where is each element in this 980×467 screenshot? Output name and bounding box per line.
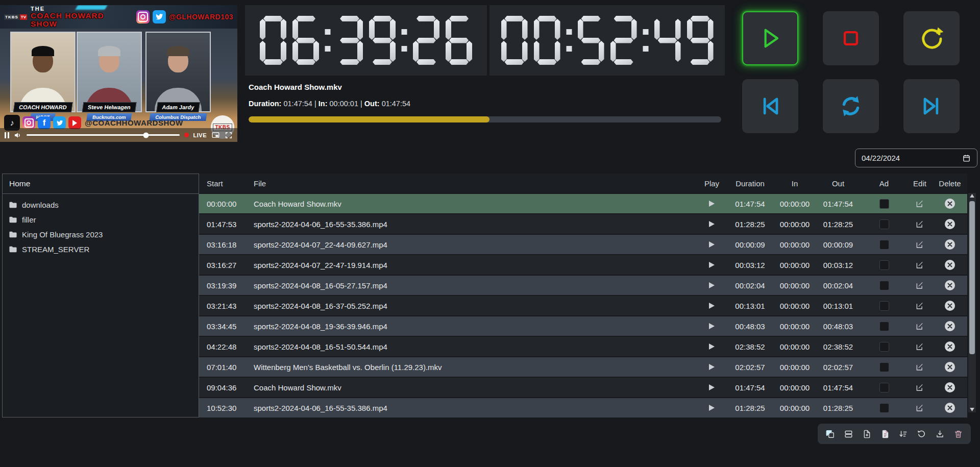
rows-view-button[interactable] [844, 429, 853, 439]
delete-x-icon[interactable] [945, 341, 955, 352]
delete-x-icon[interactable] [945, 382, 955, 392]
video-scrub-dot[interactable] [143, 132, 149, 138]
volume-icon[interactable] [14, 131, 22, 139]
row-delete-button[interactable] [933, 219, 967, 229]
row-play-button[interactable] [698, 282, 726, 288]
play-triangle-icon[interactable] [709, 323, 715, 329]
play-triangle-icon[interactable] [709, 262, 715, 268]
row-edit-button[interactable] [907, 403, 933, 412]
pip-icon[interactable] [211, 131, 220, 139]
delete-x-icon[interactable] [945, 260, 955, 270]
play-triangle-icon[interactable] [709, 364, 715, 370]
play-triangle-icon[interactable] [709, 343, 715, 350]
video-player[interactable]: TKBS TV THE COACH HOWARD SHOW @GLHOWARD1… [0, 5, 237, 142]
playlist-row[interactable]: 01:47:53sports2-2024-04-06_16-55-35.386.… [199, 214, 967, 234]
delete-x-icon[interactable] [945, 239, 955, 250]
row-edit-button[interactable] [907, 219, 933, 229]
row-play-button[interactable] [698, 221, 726, 227]
row-delete-button[interactable] [933, 341, 967, 352]
ad-checkbox[interactable] [879, 383, 889, 392]
play-triangle-icon[interactable] [709, 405, 715, 411]
playlist-row[interactable]: 10:52:30sports2-2024-04-06_16-55-35.386.… [199, 398, 967, 417]
playlist-row[interactable]: 04:22:48sports2-2024-04-08_16-51-50.544.… [199, 337, 967, 356]
play-button[interactable] [742, 11, 798, 65]
row-delete-button[interactable] [933, 280, 967, 290]
row-delete-button[interactable] [933, 403, 967, 413]
ad-checkbox[interactable] [879, 342, 889, 352]
ad-checkbox[interactable] [879, 322, 889, 331]
ad-checkbox[interactable] [879, 301, 889, 311]
play-triangle-icon[interactable] [709, 221, 715, 227]
play-triangle-icon[interactable] [709, 282, 715, 288]
sidebar-folder-king-of-bluegrass-2023[interactable]: King Of Bluegrass 2023 [3, 227, 199, 242]
add-file-button[interactable] [862, 429, 872, 439]
play-triangle-icon[interactable] [709, 303, 715, 309]
download-button[interactable] [935, 429, 945, 439]
playlist-row[interactable]: 03:21:43sports2-2024-04-08_16-37-05.252.… [199, 296, 967, 315]
play-triangle-icon[interactable] [709, 241, 715, 248]
playlist-row[interactable]: 09:04:36Coach Howard Show.mkv01:47:5400:… [199, 378, 967, 397]
calendar-icon[interactable] [962, 154, 971, 162]
row-delete-button[interactable] [933, 199, 967, 209]
pause-icon[interactable] [5, 132, 9, 138]
row-delete-button[interactable] [933, 382, 967, 392]
previous-button[interactable] [742, 79, 798, 133]
ad-checkbox[interactable] [879, 219, 889, 229]
copy-playlist-button[interactable] [825, 429, 835, 439]
play-triangle-icon[interactable] [709, 201, 715, 207]
playlist-scrollbar[interactable] [968, 193, 976, 412]
delete-x-icon[interactable] [945, 362, 955, 372]
scroll-down-icon[interactable] [968, 408, 976, 411]
row-edit-button[interactable] [907, 260, 933, 269]
date-input[interactable]: 04/22/2024 [855, 149, 977, 167]
row-play-button[interactable] [698, 405, 726, 411]
scrollbar-thumb[interactable] [969, 201, 975, 354]
date-value[interactable]: 04/22/2024 [862, 154, 900, 162]
row-edit-button[interactable] [907, 383, 933, 392]
next-button[interactable] [903, 79, 960, 133]
sort-button[interactable] [898, 429, 908, 439]
scroll-up-icon[interactable] [968, 194, 976, 198]
refresh-button[interactable] [917, 429, 926, 439]
ad-checkbox[interactable] [879, 199, 889, 209]
row-edit-button[interactable] [907, 342, 933, 351]
delete-x-icon[interactable] [945, 280, 955, 290]
sidebar-folder-filler[interactable]: filler [3, 212, 199, 227]
row-play-button[interactable] [698, 343, 726, 350]
row-play-button[interactable] [698, 364, 726, 370]
row-delete-button[interactable] [933, 239, 967, 250]
video-scrubber[interactable] [27, 134, 180, 136]
restart-button[interactable] [903, 11, 960, 65]
playlist-row[interactable]: 03:16:18sports2-2024-04-07_22-44-09.627.… [199, 235, 967, 254]
row-edit-button[interactable] [907, 240, 933, 249]
sidebar-folder-downloads[interactable]: downloads [3, 198, 199, 212]
play-triangle-icon[interactable] [709, 384, 715, 390]
row-edit-button[interactable] [907, 322, 933, 331]
row-play-button[interactable] [698, 262, 726, 268]
row-play-button[interactable] [698, 241, 726, 248]
row-edit-button[interactable] [907, 362, 933, 372]
row-delete-button[interactable] [933, 260, 967, 270]
playlist-row[interactable]: 03:19:39sports2-2024-04-08_16-05-27.157.… [199, 276, 967, 295]
playlist-row[interactable]: 03:16:27sports2-2024-04-07_22-47-19.914.… [199, 255, 967, 275]
ad-checkbox[interactable] [879, 362, 889, 372]
ad-checkbox[interactable] [879, 240, 889, 250]
delete-x-icon[interactable] [945, 301, 955, 311]
ad-checkbox[interactable] [879, 260, 889, 270]
delete-x-icon[interactable] [945, 321, 955, 331]
row-delete-button[interactable] [933, 362, 967, 372]
save-playlist-button[interactable] [880, 429, 890, 439]
row-play-button[interactable] [698, 201, 726, 207]
row-delete-button[interactable] [933, 321, 967, 331]
row-edit-button[interactable] [907, 301, 933, 310]
sidebar-folder-stream-server[interactable]: STREAM_SERVER [3, 242, 199, 257]
row-play-button[interactable] [698, 323, 726, 329]
row-edit-button[interactable] [907, 199, 933, 208]
delete-x-icon[interactable] [945, 219, 955, 229]
row-delete-button[interactable] [933, 301, 967, 311]
playlist-row[interactable]: 03:34:45sports2-2024-04-08_19-36-39.946.… [199, 316, 967, 336]
row-edit-button[interactable] [907, 281, 933, 290]
ad-checkbox[interactable] [879, 403, 889, 413]
delete-playlist-button[interactable] [953, 429, 963, 439]
row-play-button[interactable] [698, 384, 726, 390]
